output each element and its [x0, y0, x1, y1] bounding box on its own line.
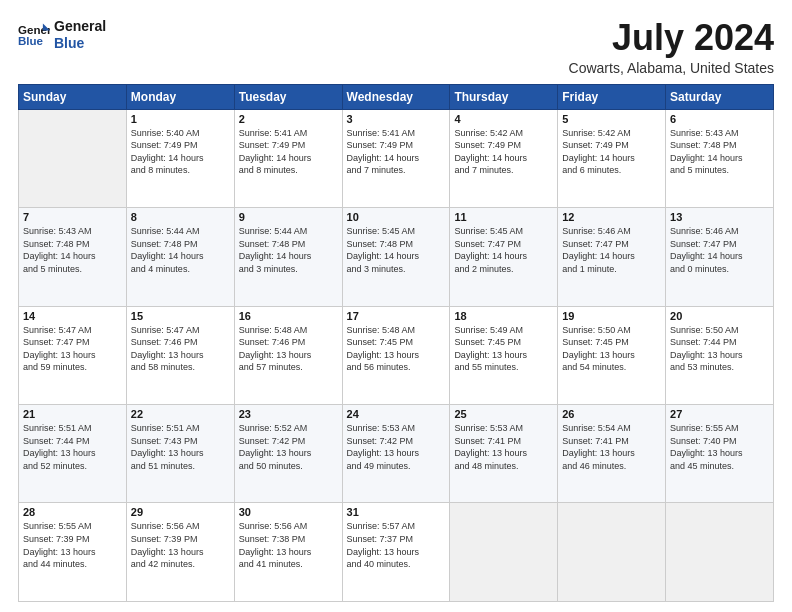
day-number: 27	[670, 408, 769, 420]
day-number: 11	[454, 211, 553, 223]
day-number: 25	[454, 408, 553, 420]
calendar-cell: 11Sunrise: 5:45 AM Sunset: 7:47 PM Dayli…	[450, 208, 558, 306]
day-info: Sunrise: 5:46 AM Sunset: 7:47 PM Dayligh…	[562, 225, 661, 275]
day-info: Sunrise: 5:53 AM Sunset: 7:42 PM Dayligh…	[347, 422, 446, 472]
calendar-day-header: Saturday	[666, 84, 774, 109]
day-number: 28	[23, 506, 122, 518]
calendar: SundayMondayTuesdayWednesdayThursdayFrid…	[18, 84, 774, 602]
calendar-cell: 17Sunrise: 5:48 AM Sunset: 7:45 PM Dayli…	[342, 306, 450, 404]
calendar-cell: 27Sunrise: 5:55 AM Sunset: 7:40 PM Dayli…	[666, 405, 774, 503]
calendar-cell: 22Sunrise: 5:51 AM Sunset: 7:43 PM Dayli…	[126, 405, 234, 503]
calendar-cell: 3Sunrise: 5:41 AM Sunset: 7:49 PM Daylig…	[342, 109, 450, 207]
day-number: 8	[131, 211, 230, 223]
calendar-cell: 7Sunrise: 5:43 AM Sunset: 7:48 PM Daylig…	[19, 208, 127, 306]
calendar-cell: 10Sunrise: 5:45 AM Sunset: 7:48 PM Dayli…	[342, 208, 450, 306]
day-number: 22	[131, 408, 230, 420]
logo-text: General	[54, 18, 106, 35]
calendar-cell: 13Sunrise: 5:46 AM Sunset: 7:47 PM Dayli…	[666, 208, 774, 306]
day-number: 1	[131, 113, 230, 125]
calendar-day-header: Wednesday	[342, 84, 450, 109]
day-number: 7	[23, 211, 122, 223]
day-info: Sunrise: 5:50 AM Sunset: 7:44 PM Dayligh…	[670, 324, 769, 374]
week-row: 28Sunrise: 5:55 AM Sunset: 7:39 PM Dayli…	[19, 503, 774, 602]
day-number: 6	[670, 113, 769, 125]
day-info: Sunrise: 5:44 AM Sunset: 7:48 PM Dayligh…	[239, 225, 338, 275]
day-info: Sunrise: 5:54 AM Sunset: 7:41 PM Dayligh…	[562, 422, 661, 472]
calendar-cell: 19Sunrise: 5:50 AM Sunset: 7:45 PM Dayli…	[558, 306, 666, 404]
svg-text:Blue: Blue	[18, 35, 44, 47]
subtitle: Cowarts, Alabama, United States	[569, 60, 774, 76]
calendar-cell: 20Sunrise: 5:50 AM Sunset: 7:44 PM Dayli…	[666, 306, 774, 404]
day-info: Sunrise: 5:45 AM Sunset: 7:47 PM Dayligh…	[454, 225, 553, 275]
calendar-cell	[666, 503, 774, 602]
day-info: Sunrise: 5:55 AM Sunset: 7:40 PM Dayligh…	[670, 422, 769, 472]
day-info: Sunrise: 5:43 AM Sunset: 7:48 PM Dayligh…	[23, 225, 122, 275]
calendar-cell	[558, 503, 666, 602]
day-number: 5	[562, 113, 661, 125]
logo-text-blue: Blue	[54, 35, 106, 52]
calendar-cell: 28Sunrise: 5:55 AM Sunset: 7:39 PM Dayli…	[19, 503, 127, 602]
day-info: Sunrise: 5:48 AM Sunset: 7:45 PM Dayligh…	[347, 324, 446, 374]
day-info: Sunrise: 5:51 AM Sunset: 7:43 PM Dayligh…	[131, 422, 230, 472]
day-number: 19	[562, 310, 661, 322]
calendar-cell: 16Sunrise: 5:48 AM Sunset: 7:46 PM Dayli…	[234, 306, 342, 404]
day-number: 18	[454, 310, 553, 322]
day-info: Sunrise: 5:57 AM Sunset: 7:37 PM Dayligh…	[347, 520, 446, 570]
calendar-day-header: Thursday	[450, 84, 558, 109]
day-info: Sunrise: 5:52 AM Sunset: 7:42 PM Dayligh…	[239, 422, 338, 472]
day-info: Sunrise: 5:53 AM Sunset: 7:41 PM Dayligh…	[454, 422, 553, 472]
day-info: Sunrise: 5:47 AM Sunset: 7:47 PM Dayligh…	[23, 324, 122, 374]
calendar-day-header: Monday	[126, 84, 234, 109]
calendar-cell: 12Sunrise: 5:46 AM Sunset: 7:47 PM Dayli…	[558, 208, 666, 306]
calendar-cell: 1Sunrise: 5:40 AM Sunset: 7:49 PM Daylig…	[126, 109, 234, 207]
calendar-header-row: SundayMondayTuesdayWednesdayThursdayFrid…	[19, 84, 774, 109]
day-number: 4	[454, 113, 553, 125]
day-number: 2	[239, 113, 338, 125]
calendar-cell	[19, 109, 127, 207]
calendar-cell: 18Sunrise: 5:49 AM Sunset: 7:45 PM Dayli…	[450, 306, 558, 404]
calendar-cell	[450, 503, 558, 602]
day-info: Sunrise: 5:45 AM Sunset: 7:48 PM Dayligh…	[347, 225, 446, 275]
day-number: 13	[670, 211, 769, 223]
day-info: Sunrise: 5:42 AM Sunset: 7:49 PM Dayligh…	[454, 127, 553, 177]
logo-icon: General Blue	[18, 21, 50, 49]
calendar-day-header: Tuesday	[234, 84, 342, 109]
day-info: Sunrise: 5:56 AM Sunset: 7:39 PM Dayligh…	[131, 520, 230, 570]
calendar-cell: 23Sunrise: 5:52 AM Sunset: 7:42 PM Dayli…	[234, 405, 342, 503]
day-info: Sunrise: 5:41 AM Sunset: 7:49 PM Dayligh…	[239, 127, 338, 177]
day-info: Sunrise: 5:48 AM Sunset: 7:46 PM Dayligh…	[239, 324, 338, 374]
page: General Blue General Blue July 2024 Cowa…	[0, 0, 792, 612]
calendar-day-header: Friday	[558, 84, 666, 109]
day-info: Sunrise: 5:43 AM Sunset: 7:48 PM Dayligh…	[670, 127, 769, 177]
header: General Blue General Blue July 2024 Cowa…	[18, 18, 774, 76]
day-info: Sunrise: 5:44 AM Sunset: 7:48 PM Dayligh…	[131, 225, 230, 275]
day-number: 15	[131, 310, 230, 322]
day-number: 26	[562, 408, 661, 420]
calendar-cell: 21Sunrise: 5:51 AM Sunset: 7:44 PM Dayli…	[19, 405, 127, 503]
day-number: 9	[239, 211, 338, 223]
week-row: 1Sunrise: 5:40 AM Sunset: 7:49 PM Daylig…	[19, 109, 774, 207]
day-info: Sunrise: 5:41 AM Sunset: 7:49 PM Dayligh…	[347, 127, 446, 177]
day-number: 16	[239, 310, 338, 322]
day-info: Sunrise: 5:56 AM Sunset: 7:38 PM Dayligh…	[239, 520, 338, 570]
day-number: 23	[239, 408, 338, 420]
day-number: 21	[23, 408, 122, 420]
logo: General Blue General Blue	[18, 18, 106, 52]
day-info: Sunrise: 5:42 AM Sunset: 7:49 PM Dayligh…	[562, 127, 661, 177]
calendar-day-header: Sunday	[19, 84, 127, 109]
day-number: 10	[347, 211, 446, 223]
day-number: 20	[670, 310, 769, 322]
day-info: Sunrise: 5:40 AM Sunset: 7:49 PM Dayligh…	[131, 127, 230, 177]
calendar-cell: 5Sunrise: 5:42 AM Sunset: 7:49 PM Daylig…	[558, 109, 666, 207]
day-number: 31	[347, 506, 446, 518]
week-row: 21Sunrise: 5:51 AM Sunset: 7:44 PM Dayli…	[19, 405, 774, 503]
calendar-cell: 25Sunrise: 5:53 AM Sunset: 7:41 PM Dayli…	[450, 405, 558, 503]
calendar-cell: 4Sunrise: 5:42 AM Sunset: 7:49 PM Daylig…	[450, 109, 558, 207]
calendar-cell: 15Sunrise: 5:47 AM Sunset: 7:46 PM Dayli…	[126, 306, 234, 404]
day-number: 14	[23, 310, 122, 322]
day-number: 3	[347, 113, 446, 125]
title-block: July 2024 Cowarts, Alabama, United State…	[569, 18, 774, 76]
day-number: 24	[347, 408, 446, 420]
day-info: Sunrise: 5:55 AM Sunset: 7:39 PM Dayligh…	[23, 520, 122, 570]
calendar-cell: 24Sunrise: 5:53 AM Sunset: 7:42 PM Dayli…	[342, 405, 450, 503]
